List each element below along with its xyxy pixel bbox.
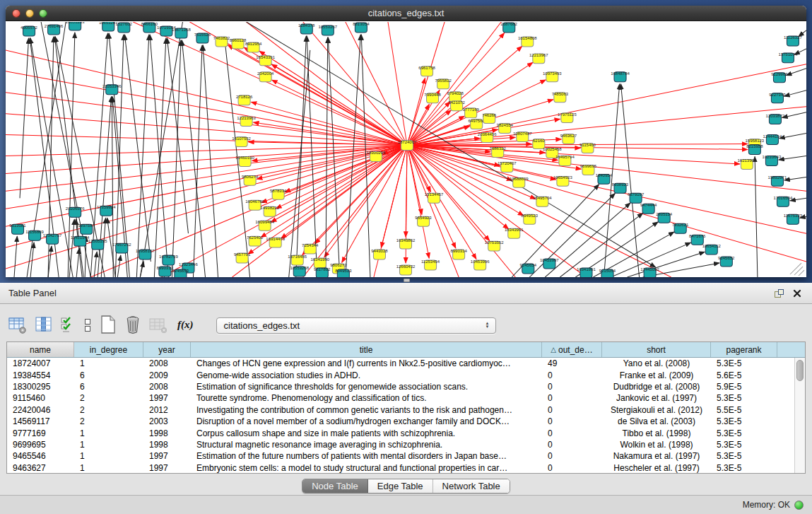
network-node[interactable]: 16543391 xyxy=(256,55,275,66)
network-node[interactable]: 17016504 xyxy=(774,196,793,206)
cell-short[interactable]: de Silva et al. (2003) xyxy=(602,416,711,426)
table-row[interactable]: 911546021997Tourette syndrome. Phenomeno… xyxy=(7,392,794,404)
network-node[interactable]: 1527602 xyxy=(116,22,133,33)
network-node[interactable]: 7485063 xyxy=(552,92,569,103)
network-node[interactable]: 9443028 xyxy=(371,249,388,259)
cell-pagerank[interactable]: 5.3E-5 xyxy=(711,463,777,473)
cell-year[interactable]: 1998 xyxy=(143,428,191,438)
cell-pagerank[interactable]: 5.9E-5 xyxy=(711,382,777,392)
network-node[interactable]: 11156869 xyxy=(25,230,44,240)
network-node[interactable]: 13505135 xyxy=(88,239,107,250)
table-settings-icon[interactable] xyxy=(8,316,28,334)
network-node[interactable]: 6379197 xyxy=(628,192,645,203)
cell-year[interactable]: 2009 xyxy=(143,370,191,380)
table-row[interactable]: 1456911722003Disruption of a novel membe… xyxy=(7,416,794,427)
network-node[interactable]: 15751074 xyxy=(779,52,798,63)
network-node[interactable]: 8949523 xyxy=(522,214,539,224)
network-node[interactable]: 746266 xyxy=(482,113,497,124)
cell-in_degree[interactable]: 1 xyxy=(74,451,143,461)
cell-name[interactable]: 19384554 xyxy=(7,370,74,380)
cell-in_degree[interactable]: 1 xyxy=(74,358,143,368)
network-node[interactable]: 6497568 xyxy=(468,119,485,129)
column-header-out_degree[interactable]: △out_de… xyxy=(542,342,602,357)
table-row[interactable]: 946362711997Embryonic stem cells: a mode… xyxy=(7,462,794,473)
network-node[interactable]: 10688609 xyxy=(510,177,529,187)
cell-in_degree[interactable]: 2 xyxy=(74,416,143,426)
cell-out_degree[interactable]: 0 xyxy=(542,428,602,438)
network-node[interactable]: 17975125 xyxy=(558,112,577,123)
network-node[interactable]: 2718126 xyxy=(236,95,253,105)
cell-pagerank[interactable]: 5.3E-5 xyxy=(711,416,777,426)
table-row[interactable]: 946554611997Estimation of the future num… xyxy=(7,450,794,462)
table-row[interactable]: 1830029562008Estimation of significance … xyxy=(7,381,794,392)
cell-short[interactable]: Franke et al. (2009) xyxy=(602,370,711,380)
network-node[interactable]: 16958107 xyxy=(136,249,155,259)
network-node[interactable]: 16210643 xyxy=(763,155,782,165)
network-node[interactable]: 8471676 xyxy=(689,234,706,245)
network-node[interactable]: 10553267 xyxy=(318,25,337,35)
network-node[interactable]: 9777169 xyxy=(462,107,479,118)
cell-out_degree[interactable]: 49 xyxy=(542,358,602,368)
network-node[interactable]: 7625402 xyxy=(247,235,264,246)
network-node[interactable]: 12213963 xyxy=(237,116,256,127)
memory-ok-icon[interactable] xyxy=(794,501,804,510)
network-node[interactable]: 4905572 xyxy=(20,25,37,36)
cell-year[interactable]: 1998 xyxy=(143,440,191,450)
network-node[interactable]: 15892971 xyxy=(768,175,787,186)
network-node[interactable]: 17359924 xyxy=(97,205,116,216)
column-header-year[interactable]: year xyxy=(143,342,191,357)
network-node[interactable]: 9245654 xyxy=(520,263,537,274)
table-selector-dropdown[interactable]: citations_edges.txt ▲▼ xyxy=(216,317,496,334)
network-node[interactable]: 9245652 xyxy=(718,256,735,267)
cell-in_degree[interactable]: 1 xyxy=(74,440,143,450)
network-node[interactable]: 2935114 xyxy=(656,212,673,223)
network-node[interactable]: 16914479 xyxy=(266,237,285,247)
network-node[interactable]: 20206576 xyxy=(66,206,85,217)
network-node[interactable]: 16349862 xyxy=(396,238,416,249)
cell-title[interactable]: Embryonic stem cells: a model to study s… xyxy=(191,463,542,473)
close-panel-icon[interactable] xyxy=(791,288,804,299)
cell-year[interactable]: 2008 xyxy=(143,382,191,392)
network-node[interactable]: 9115460 xyxy=(579,143,596,153)
cell-out_degree[interactable]: 0 xyxy=(542,370,602,380)
network-node[interactable]: 11675323 xyxy=(784,214,803,224)
network-node[interactable]: 9654923 xyxy=(415,216,432,226)
network-node[interactable]: 7990448 xyxy=(424,93,441,103)
network-node[interactable]: 16848784 xyxy=(611,71,630,82)
cell-title[interactable]: Disruption of a novel member of a sodium… xyxy=(191,416,542,426)
cell-year[interactable]: 1997 xyxy=(143,451,191,461)
network-node[interactable]: 7955812 xyxy=(435,78,452,89)
network-node[interactable]: 8990314 xyxy=(450,249,467,259)
network-node[interactable]: 8912954 xyxy=(245,42,262,52)
table-vertical-scrollbar[interactable] xyxy=(794,358,805,473)
cell-name[interactable]: 9115460 xyxy=(7,393,74,403)
cell-year[interactable]: 1997 xyxy=(143,393,191,403)
network-node[interactable]: 8049513 xyxy=(335,269,352,277)
cell-title[interactable]: Estimation of significance thresholds fo… xyxy=(191,382,542,392)
network-node[interactable]: 5878334 xyxy=(270,189,287,199)
float-panel-icon[interactable] xyxy=(772,288,785,299)
cell-short[interactable]: Hescheler et al. (1997) xyxy=(602,463,711,473)
column-header-name[interactable]: name xyxy=(7,342,74,357)
network-node[interactable]: 6961758 xyxy=(418,66,435,76)
cell-pagerank[interactable]: 5.3E-5 xyxy=(711,428,777,438)
network-node[interactable]: 10553268 xyxy=(290,266,309,276)
scrollbar-thumb[interactable] xyxy=(796,360,804,381)
network-node[interactable]: 9215054 xyxy=(599,269,616,277)
network-node[interactable]: 16782759 xyxy=(159,255,178,265)
cell-title[interactable]: Genome-wide association studies in ADHD. xyxy=(191,370,542,380)
network-node[interactable]: 9457791 xyxy=(234,252,251,263)
zoom-window-icon[interactable] xyxy=(39,9,47,18)
network-node[interactable]: 12213967 xyxy=(529,53,548,64)
table-mode-icon[interactable] xyxy=(83,316,92,334)
cell-pagerank[interactable]: 5.3E-5 xyxy=(711,451,777,461)
network-node[interactable]: 20851283 xyxy=(66,22,85,30)
network-node[interactable]: 16671358 xyxy=(172,28,191,38)
network-node[interactable]: 12444154 xyxy=(763,134,782,145)
table-row[interactable]: 977716911998Corpus callosum shape and si… xyxy=(7,427,794,438)
tab-network-table[interactable]: Network Table xyxy=(433,479,510,493)
network-node[interactable]: 16154808 xyxy=(518,36,537,47)
cell-title[interactable]: Tourette syndrome. Phenomenology and cla… xyxy=(191,393,542,403)
network-node[interactable]: 7463822 xyxy=(213,36,230,47)
cell-name[interactable]: 18300295 xyxy=(7,382,74,392)
